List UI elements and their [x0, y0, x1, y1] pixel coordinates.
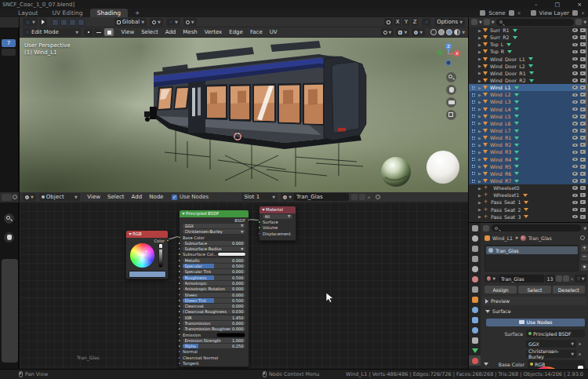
- use-nodes-checkbox[interactable]: ✓ Use Nodes: [172, 194, 209, 200]
- disclosure-arrow[interactable]: ▶: [477, 78, 483, 83]
- node-input-row[interactable]: Roughness Roughness 0.500 ▼: [180, 275, 249, 280]
- rgb-node[interactable]: RGB Color: [125, 230, 169, 279]
- disclosure-arrow[interactable]: ▶: [477, 64, 483, 68]
- unlink-material-icon[interactable]: ✕: [570, 276, 574, 282]
- render-visibility-icon[interactable]: [580, 71, 586, 75]
- node-input-row[interactable]: Metallic Metallic 0.000 ▼: [180, 257, 249, 263]
- input-widget[interactable]: Clearcoat 0.000 ▼: [183, 304, 245, 308]
- input-socket[interactable]: [178, 322, 181, 325]
- node-input-row[interactable]: Surface: [260, 219, 296, 224]
- outliner-row[interactable]: ▶ Wind_L1: [469, 84, 588, 91]
- render-visibility-icon[interactable]: [580, 64, 586, 68]
- color-wheel-cursor[interactable]: [145, 250, 147, 253]
- input-socket[interactable]: [178, 242, 181, 245]
- minimize-button[interactable]: –: [535, 2, 538, 8]
- hide-eye-icon[interactable]: [572, 186, 578, 190]
- render-visibility-icon[interactable]: [580, 108, 586, 111]
- node-input-row[interactable]: IOR IOR 1.450 ▼: [180, 315, 249, 320]
- node-input-row[interactable]: Subsurface Subsurface 0.000 ▼: [180, 240, 249, 246]
- new-material-icon[interactable]: [563, 275, 569, 282]
- material-slot-list[interactable]: Tran_Glas: [485, 245, 579, 271]
- disclosure-arrow[interactable]: ▶: [477, 164, 483, 169]
- input-socket[interactable]: [178, 259, 181, 262]
- disclosure-arrow[interactable]: ▶: [477, 193, 483, 198]
- material-action-button[interactable]: Select: [518, 286, 550, 293]
- object-name[interactable]: Surr_R2: [490, 35, 510, 40]
- outliner-row[interactable]: ▶ Pass_Seat_2: [469, 206, 588, 213]
- disclosure-arrow[interactable]: ▶: [477, 56, 483, 61]
- object-name[interactable]: Wind_R2: [490, 142, 511, 148]
- rgb-color-output-socket[interactable]: [166, 239, 169, 242]
- outliner-row[interactable]: ▶ Wind_R4: [469, 156, 588, 163]
- workspace-tab[interactable]: Layout: [11, 9, 45, 17]
- object-name[interactable]: Wind_L3: [490, 99, 511, 104]
- object-name[interactable]: Wind_R6: [490, 171, 511, 177]
- hide-eye-icon[interactable]: [572, 122, 578, 126]
- workspace-tab[interactable]: Shading: [90, 9, 128, 17]
- node-input-row[interactable]: Emission Emission ▼: [180, 332, 249, 337]
- material-browse-icon[interactable]: ▼: [281, 193, 294, 201]
- mirror-axis-button[interactable]: X: [394, 18, 401, 26]
- close-button[interactable]: ×: [577, 2, 582, 8]
- object-name[interactable]: Wind_L6: [490, 121, 511, 126]
- solid-shading-icon[interactable]: [438, 29, 445, 35]
- node-input-row[interactable]: Transmission Transmission 0.000 ▼: [180, 320, 249, 326]
- new-scene-icon[interactable]: [509, 10, 514, 16]
- mirror-axis-button[interactable]: Y: [402, 18, 410, 26]
- subsurface-method-dropdown[interactable]: Christensen-Burley▼: [526, 350, 576, 358]
- hide-eye-icon[interactable]: [572, 93, 578, 97]
- outliner-row[interactable]: ▶ _Wheelset1: [469, 191, 588, 199]
- disclosure-arrow[interactable]: ▶: [477, 136, 483, 140]
- grease-pencil-icon[interactable]: [422, 18, 431, 26]
- color-wheel[interactable]: [130, 243, 154, 268]
- viewport-menu-item[interactable]: Face: [250, 29, 263, 35]
- mode-dropdown[interactable]: Edit Mode▼: [23, 28, 81, 36]
- viewport-menu-item[interactable]: View: [122, 29, 135, 35]
- camera-view-button[interactable]: [446, 97, 456, 108]
- render-visibility-icon[interactable]: [580, 129, 586, 133]
- outliner-row[interactable]: ▶ Wind_L5: [469, 113, 588, 120]
- render-visibility-icon[interactable]: [580, 150, 586, 154]
- disclosure-arrow[interactable]: ▶: [477, 93, 483, 97]
- render-visibility-icon[interactable]: [580, 143, 586, 147]
- input-socket[interactable]: [178, 276, 181, 279]
- outliner-display-mode-icon[interactable]: [471, 19, 477, 25]
- workspace-tab[interactable]: UV Editing: [45, 9, 90, 17]
- disclosure-arrow[interactable]: ▶: [477, 107, 483, 111]
- shader-menu-item[interactable]: View: [87, 194, 100, 200]
- mirror-axis-button[interactable]: Z: [411, 18, 419, 26]
- object-name[interactable]: Wind_R7: [490, 178, 511, 184]
- input-widget[interactable]: Alpha 0.250 ▼: [183, 344, 245, 348]
- color-swatch[interactable]: [216, 333, 245, 337]
- render-visibility-icon[interactable]: [580, 136, 586, 140]
- input-socket[interactable]: [178, 316, 181, 319]
- input-widget[interactable]: Subsurface Radius ▼: [183, 246, 245, 251]
- pin-icon[interactable]: [376, 195, 380, 199]
- hide-eye-icon[interactable]: [572, 129, 578, 133]
- slot-dropdown[interactable]: Slot 1▼: [241, 193, 278, 201]
- object-name[interactable]: Top_R: [490, 49, 504, 54]
- outliner-row[interactable]: ▶ Wind_R7: [469, 177, 588, 184]
- specials-funnel-dropdown[interactable]: ▽▼: [575, 275, 586, 282]
- properties-tab[interactable]: [469, 233, 481, 243]
- tool-option-icon-1[interactable]: [52, 19, 59, 26]
- sliver-active-tool-button[interactable]: 7: [2, 39, 16, 47]
- edge-select-button[interactable]: [94, 28, 103, 36]
- render-visibility-icon[interactable]: [580, 57, 586, 61]
- render-visibility-icon[interactable]: [580, 172, 586, 176]
- use-nodes-button[interactable]: Use Nodes: [486, 319, 585, 326]
- input-widget[interactable]: IOR 1.450 ▼: [183, 315, 245, 320]
- pivot-point-dropdown[interactable]: ▼: [150, 18, 163, 26]
- object-name[interactable]: Wind_Door_R1: [490, 71, 526, 76]
- outliner-row[interactable]: ▶ Wind_R3: [469, 148, 588, 155]
- input-socket[interactable]: [258, 220, 261, 224]
- object-name[interactable]: Wind_Door_L1: [490, 56, 525, 62]
- node-input-row[interactable]: Clearcoat Clearcoat 0.000 ▼: [180, 303, 249, 308]
- material-action-button[interactable]: Assign: [485, 286, 517, 293]
- bsdf-output-socket[interactable]: [247, 219, 250, 222]
- render-visibility-icon[interactable]: [580, 86, 586, 89]
- outliner-row[interactable]: ▶ Wind_L3: [469, 98, 588, 105]
- pan-gizmo-button[interactable]: [446, 85, 456, 95]
- material-slot-row[interactable]: Tran_Glas: [486, 246, 578, 254]
- input-widget[interactable]: Specular Tint 0.000 ▼: [183, 269, 245, 274]
